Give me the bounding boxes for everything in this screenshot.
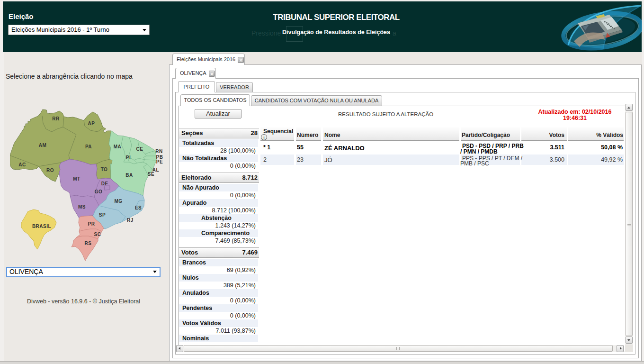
svg-text:MA: MA [114,144,122,149]
svg-text:MS: MS [78,204,86,209]
svg-text:MG: MG [114,199,122,204]
svg-text:SC: SC [94,232,101,237]
svg-text:RO: RO [46,168,54,173]
svg-text:TO: TO [101,167,108,172]
svg-text:RS: RS [85,241,92,246]
svg-text:SP: SP [99,212,106,218]
svg-text:RJ: RJ [127,218,134,223]
svg-text:GO: GO [95,189,103,194]
svg-text:BA: BA [125,173,133,178]
svg-text:PA: PA [85,144,92,149]
svg-text:MT: MT [73,176,80,182]
svg-text:RN: RN [155,149,162,154]
svg-text:AM: AM [39,143,47,148]
svg-text:BRASIL: BRASIL [32,224,51,229]
svg-text:RR: RR [52,116,60,121]
svg-text:PE: PE [156,159,163,164]
svg-text:CE: CE [136,146,143,152]
svg-text:SE: SE [148,172,154,177]
svg-text:ES: ES [135,205,142,210]
svg-text:PR: PR [88,221,95,227]
svg-text:AC: AC [18,162,26,167]
svg-text:PI: PI [126,155,131,160]
svg-text:DF: DF [101,181,108,186]
svg-text:AP: AP [88,121,95,126]
